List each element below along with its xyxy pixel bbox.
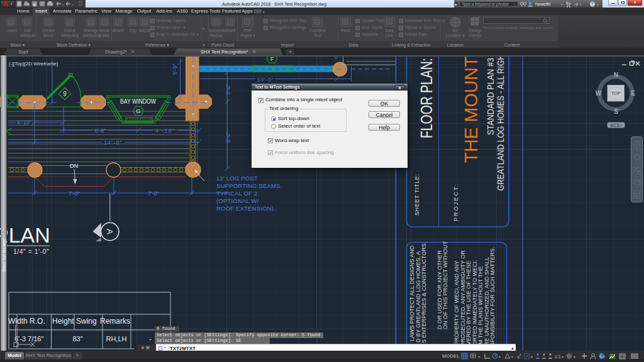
svg-text:PROPERTY OF WECI, AND ANY: PROPERTY OF WECI, AND ANY: [453, 261, 460, 345]
svg-text:-: -: [149, 335, 152, 343]
svg-text:▾: ▾: [574, 355, 575, 359]
svg-text:7'-0": 7'-0": [69, 190, 80, 197]
svg-text:SUPPORTING BEAMS.: SUPPORTING BEAMS.: [216, 182, 282, 189]
svg-text:STANDARD PLAN #3: STANDARD PLAN #3: [485, 58, 496, 135]
svg-text:PROJECT:: PROJECT:: [453, 185, 459, 221]
svg-text:GREATLAND LOG HOMES - ALL RIGH: GREATLAND LOG HOMES - ALL RIGHTS RESERVE…: [495, 0, 506, 190]
svg-text:A: A: [105, 229, 114, 234]
svg-text:ORTED IMMEDIATELY TO WECI.: ORTED IMMEDIATELY TO WECI.: [472, 260, 478, 346]
svg-text:6'-8": 6'-8": [95, 128, 106, 134]
svg-text:14'-0": 14'-0": [104, 140, 123, 146]
svg-text:N: N: [614, 72, 618, 79]
svg-text:▾: ▾: [499, 355, 501, 359]
svg-text:Remarks: Remarks: [100, 317, 130, 326]
svg-text:12' LOG POST: 12' LOG POST: [216, 175, 258, 182]
svg-text:1:1: 1:1: [555, 354, 561, 359]
svg-text:6'-3 7/16": 6'-3 7/16": [14, 335, 43, 343]
svg-text:13'-0": 13'-0": [257, 77, 274, 83]
svg-text:▾: ▾: [478, 355, 480, 359]
svg-text:7'-0": 7'-0": [148, 190, 159, 197]
svg-text:G: G: [136, 107, 140, 114]
svg-text:PLAN: PLAN: [0, 223, 50, 247]
svg-text:TYPICAL OF 2.: TYPICAL OF 2.: [216, 190, 259, 197]
svg-text:6'-0": 6'-0": [225, 131, 231, 143]
svg-text:[-][Top][2D Wireframe]: [-][Top][2D Wireframe]: [9, 61, 58, 67]
svg-text:RE UNAUTHORIZED, AND SHALL: RE UNAUTHORIZED, AND SHALL: [484, 257, 490, 346]
svg-text:▾: ▾: [511, 355, 513, 359]
svg-text:LAWS PROTECT ALL DESIGNS AND: LAWS PROTECT ALL DESIGNS AND: [409, 245, 415, 341]
svg-text:VERED BY THE USE OF THESE: VERED BY THE USE OF THESE: [465, 261, 472, 345]
svg-text:9: 9: [63, 90, 67, 97]
svg-text:E: E: [631, 90, 635, 97]
svg-text:RH,LH: RH,LH: [106, 335, 126, 343]
svg-text:SHEET TITLE:: SHEET TITLE:: [414, 174, 420, 216]
svg-text:FLOOR PLAN:: FLOOR PLAN:: [418, 58, 435, 138]
svg-text:ON OF THIS PROJECT WITHOUT: ON OF THIS PROJECT WITHOUT: [442, 241, 448, 329]
svg-text:▾: ▾: [562, 355, 564, 359]
svg-text:BAY WINDOW: BAY WINDOW: [120, 97, 156, 105]
svg-text:Height: Height: [52, 317, 74, 326]
svg-text:D BY GREATLAND LOG HOMES, A: D BY GREATLAND LOG HOMES, A: [415, 251, 421, 343]
svg-text:6'-10": 6'-10": [17, 119, 31, 126]
svg-text:S: S: [614, 108, 618, 115]
svg-text:THE MOUNTVIEW: THE MOUNTVIEW: [460, 10, 481, 163]
svg-text:ROOF EXTENSION).: ROOF EXTENSION).: [216, 205, 275, 212]
svg-text:WCS: WCS: [610, 123, 620, 128]
svg-text:Swing: Swing: [76, 317, 97, 326]
svg-text:W: W: [596, 90, 602, 97]
svg-text:83": 83": [72, 335, 82, 343]
svg-text:▾: ▾: [531, 355, 533, 359]
svg-text:Width R.O.: Width R.O.: [8, 317, 45, 326]
svg-text:M THE PLANS WITHOUT THE: M THE PLANS WITHOUT THE: [477, 266, 484, 344]
svg-text:D OR USED FOR ANY OTHER: D OR USED FOR ANY OTHER: [436, 250, 443, 329]
svg-text:4'-10": 4'-10": [155, 128, 175, 134]
svg-text:(OPTIONAL W/: (OPTIONAL W/: [216, 197, 259, 204]
svg-text:F: F: [270, 56, 274, 62]
svg-text:TOP: TOP: [611, 91, 621, 96]
svg-text:S ENTERPRISES & CONSTRUCTORS.: S ENTERPRISES & CONSTRUCTORS.: [421, 242, 427, 343]
svg-text:PROSECUTED. ANY AMBIGUITY OR: PROSECUTED. ANY AMBIGUITY OR: [460, 250, 466, 346]
svg-text:5'-9": 5'-9": [172, 63, 178, 75]
svg-text:DN: DN: [70, 162, 79, 169]
svg-text:SPONSIBILITY FOR SUCH MATTERS.: SPONSIBILITY FOR SUCH MATTERS.: [489, 247, 496, 346]
svg-text:1/4" = 1'-0": 1/4" = 1'-0": [13, 248, 49, 255]
svg-text:3'-0": 3'-0": [225, 84, 231, 95]
